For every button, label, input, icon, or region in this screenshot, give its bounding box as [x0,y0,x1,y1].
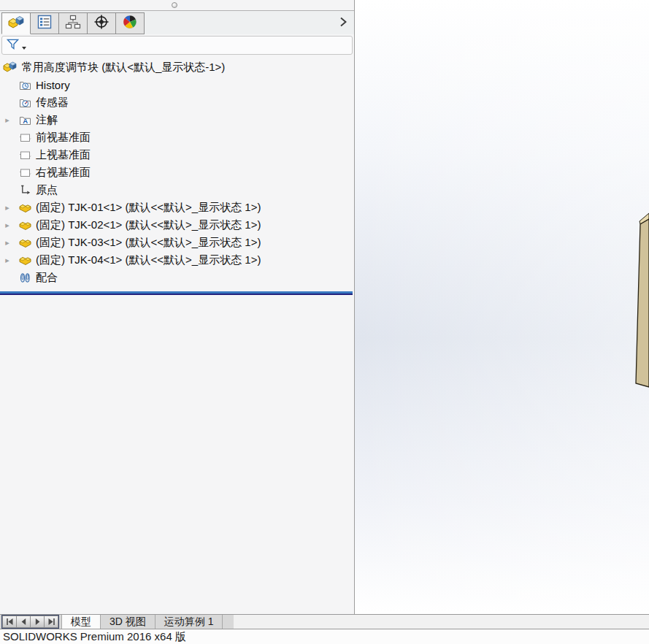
nav-prev-icon [20,616,28,629]
nav-last-icon [47,616,55,629]
panel-overflow-chevron-icon[interactable] [339,16,349,29]
propertymanager-icon [36,13,53,34]
nav-prev-button[interactable] [16,616,31,628]
document-tabs-zone: 模型3D 视图运动算例 1 [0,615,234,629]
expand-arrow-icon[interactable]: ▸ [1,216,13,234]
featuremanager-panel: 常用高度调节块 (默认<默认_显示状态-1>)History传感器▸A注解前视基… [0,0,354,614]
plane-icon [19,131,31,144]
tree-item-label: 右视基准面 [36,166,91,180]
tree-item-tjk-02[interactable]: ▸(固定) TJK-02<1> (默认<<默认>_显示状态 1>) [0,216,354,234]
tree-item-label: (固定) TJK-02<1> (默认<<默认>_显示状态 1>) [36,218,261,232]
svg-text:A: A [23,117,28,125]
expand-arrow-icon[interactable]: ▸ [1,111,13,129]
annotations-folder-icon: A [19,114,31,126]
expand-arrow-icon[interactable]: ▸ [1,234,13,251]
panel-tab-bar [0,11,354,34]
mates-icon [19,272,31,284]
plane-icon [19,166,31,179]
feature-tree: 常用高度调节块 (默认<默认_显示状态-1>)History传感器▸A注解前视基… [0,56,354,295]
dimxpertmanager-icon [93,13,110,34]
part-icon [19,237,31,249]
part-icon [19,202,31,214]
expand-arrow-icon[interactable]: ▸ [1,199,13,216]
tree-item-sensors[interactable]: 传感器 [0,93,354,111]
displaymanager-icon [121,13,139,34]
tree-item-assembly-root[interactable]: 常用高度调节块 (默认<默认_显示状态-1>) [0,58,354,76]
expand-arrow-icon[interactable]: ▸ [1,251,13,269]
tab-nav-buttons [1,615,59,629]
panel-tab-dimxpertmanager[interactable] [87,12,116,34]
nav-last-button[interactable] [44,616,58,628]
nav-next-button[interactable] [30,616,45,628]
tree-item-front-plane[interactable]: 前视基准面 [0,129,354,146]
tree-item-origin[interactable]: 原点 [0,181,354,199]
tree-item-label: (固定) TJK-04<1> (默认<<默认>_显示状态 1>) [36,253,261,267]
panel-tab-propertymanager[interactable] [30,12,59,34]
nav-first-icon [6,616,14,629]
status-text: SOLIDWORKS Premium 2016 x64 版 [3,630,186,643]
tree-item-top-plane[interactable]: 上视基准面 [0,146,354,164]
configurationmanager-icon [64,13,82,34]
assembly-icon [3,60,18,74]
panel-tab-configurationmanager[interactable] [58,12,88,34]
tree-item-label: 常用高度调节块 (默认<默认_显示状态-1>) [22,61,225,74]
featuremanager-tree-icon [7,13,25,34]
plane-icon [19,149,31,161]
nav-next-icon [34,616,42,629]
tree-item-label: 上视基准面 [36,148,91,162]
part-icon [19,254,31,267]
panel-tab-displaymanager[interactable] [115,12,145,34]
nav-first-button[interactable] [2,616,17,628]
rollback-bar[interactable] [0,291,353,295]
tree-item-right-plane[interactable]: 右视基准面 [0,164,354,181]
doc-tab-motion-study[interactable]: 运动算例 1 [155,615,223,629]
tree-item-label: History [36,79,70,91]
tree-item-tjk-04[interactable]: ▸(固定) TJK-04<1> (默认<<默认>_显示状态 1>) [0,251,354,269]
tree-item-label: 原点 [36,183,58,197]
tree-item-label: (固定) TJK-03<1> (默认<<默认>_显示状态 1>) [36,236,261,250]
tree-item-label: 配合 [36,271,58,285]
filter-box[interactable] [1,36,353,55]
filter-funnel-icon [6,37,20,54]
tree-item-tjk-01[interactable]: ▸(固定) TJK-01<1> (默认<<默认>_显示状态 1>) [0,199,354,216]
document-tab-bar: 模型3D 视图运动算例 1 [0,614,649,629]
model-column[interactable] [635,212,649,388]
sensors-folder-icon [19,96,31,109]
tree-item-tjk-03[interactable]: ▸(固定) TJK-03<1> (默认<<默认>_显示状态 1>) [0,234,354,251]
part-icon [19,219,31,231]
tree-item-label: 传感器 [36,96,69,110]
splitter-grip-icon[interactable] [172,2,177,8]
graphics-viewport[interactable]: Z Y X [355,0,649,614]
doc-tab-model[interactable]: 模型 [61,615,101,629]
panel-top-splitter[interactable] [0,0,354,11]
tree-item-label: 注解 [36,113,58,127]
doc-tab-3d-views[interactable]: 3D 视图 [101,615,155,629]
panel-tab-featuremanager-tree[interactable] [1,12,31,34]
tree-item-label: (固定) TJK-01<1> (默认<<默认>_显示状态 1>) [36,201,261,215]
origin-icon [19,184,31,196]
tree-item-history[interactable]: History [0,76,354,93]
tree-item-annotations[interactable]: ▸A注解 [0,111,354,129]
filter-caret-down-icon[interactable] [22,47,26,50]
tree-item-mates[interactable]: 配合 [0,269,354,286]
history-folder-icon [19,79,31,91]
tree-item-label: 前视基准面 [36,131,91,145]
status-bar: SOLIDWORKS Premium 2016 x64 版 [0,629,649,644]
